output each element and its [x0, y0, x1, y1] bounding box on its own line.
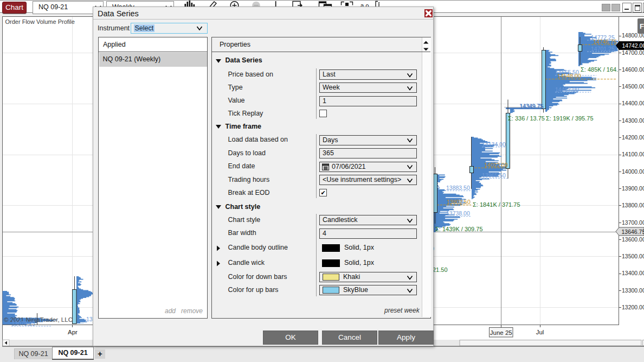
- svg-text:13738.00: 13738.00: [446, 210, 470, 217]
- svg-text:14400.00: 14400.00: [622, 100, 644, 106]
- svg-text:June 25: June 25: [490, 329, 512, 336]
- svg-text:13200.00: 13200.00: [622, 304, 644, 310]
- svg-text:Order Flow Volume Profile: Order Flow Volume Profile: [5, 18, 75, 25]
- svg-text:Σ: 336 / 13.75: Σ: 336 / 13.75: [508, 115, 545, 122]
- svg-text:F: F: [640, 22, 644, 30]
- svg-text:14700.00: 14700.00: [622, 49, 644, 56]
- svg-text:Σ: 1439K / 309.75: Σ: 1439K / 309.75: [435, 226, 483, 232]
- svg-text:14200.00: 14200.00: [622, 134, 644, 141]
- svg-text:14746.75: 14746.75: [593, 39, 617, 45]
- svg-text:14600.00: 14600.00: [622, 66, 644, 73]
- svg-text:13800.00: 13800.00: [622, 202, 644, 208]
- svg-text:21.50: 21.50: [433, 266, 448, 273]
- svg-text:13078.25: 13078.25: [11, 320, 35, 327]
- svg-text:13802.50: 13802.50: [447, 199, 471, 205]
- svg-text:14742.00: 14742.00: [622, 42, 644, 49]
- svg-text:14134.00: 14134.00: [482, 141, 506, 148]
- svg-text:14349.75: 14349.75: [520, 103, 544, 110]
- svg-text:13965.50: 13965.50: [482, 172, 506, 179]
- svg-text:14300.00: 14300.00: [622, 117, 644, 124]
- svg-text:14467.00: 14467.00: [555, 86, 579, 93]
- svg-text:13883.50: 13883.50: [446, 185, 470, 191]
- svg-text:14022.00: 14022.00: [484, 162, 508, 168]
- svg-text:Σ: 1841K / 371.75: Σ: 1841K / 371.75: [473, 201, 520, 208]
- svg-text:13500.00: 13500.00: [622, 253, 644, 259]
- svg-text:Jul: Jul: [536, 329, 544, 335]
- svg-text:Apr: Apr: [68, 329, 78, 335]
- svg-text:13900.00: 13900.00: [622, 185, 644, 192]
- svg-text:14000.00: 14000.00: [622, 168, 644, 175]
- svg-text:14548.00: 14548.00: [557, 73, 581, 79]
- svg-text:13300.00: 13300.00: [622, 287, 644, 294]
- svg-text:14701.25: 14701.25: [591, 46, 615, 52]
- svg-text:Σ: 1919K / 395.75: Σ: 1919K / 395.75: [546, 115, 594, 122]
- svg-text:13400.00: 13400.00: [622, 270, 644, 276]
- svg-text:13600.00: 13600.00: [622, 236, 644, 243]
- svg-text:13700.00: 13700.00: [622, 219, 644, 226]
- svg-text:13646.75: 13646.75: [622, 228, 644, 235]
- svg-text:14500.00: 14500.00: [622, 83, 644, 90]
- svg-text:14100.00: 14100.00: [622, 151, 644, 157]
- svg-text:Σ: 485K / 164.: Σ: 485K / 164.: [581, 66, 618, 73]
